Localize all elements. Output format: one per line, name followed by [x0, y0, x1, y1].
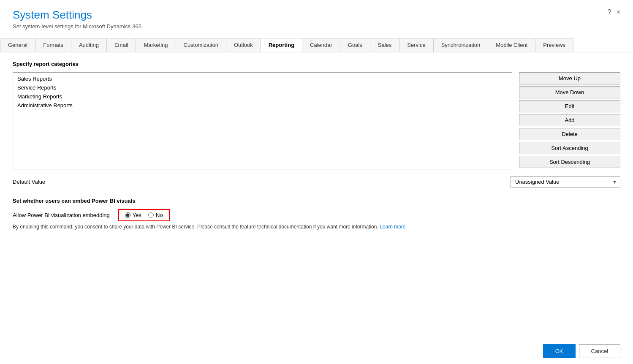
dialog-subtitle: Set system-level settings for Microsoft …	[13, 23, 143, 30]
no-radio-option[interactable]: No	[148, 212, 163, 218]
delete-button[interactable]: Delete	[519, 128, 620, 140]
tabs-list: General Formats Auditing Email Marketing…	[0, 38, 633, 52]
tab-calendar[interactable]: Calendar	[302, 38, 340, 52]
power-bi-row: Allow Power BI visualization embedding Y…	[13, 209, 620, 221]
section1-title: Specify report categories	[13, 61, 620, 67]
tab-marketing[interactable]: Marketing	[136, 38, 176, 52]
tab-general[interactable]: General	[0, 38, 35, 52]
tab-goals[interactable]: Goals	[340, 38, 370, 52]
dialog-window-controls: ? ×	[608, 8, 620, 16]
tabs-container: General Formats Auditing Email Marketing…	[0, 38, 633, 52]
no-label: No	[156, 212, 163, 218]
tab-formats[interactable]: Formats	[35, 38, 71, 52]
powerbi-radio-group: Yes No	[118, 209, 170, 221]
dialog-title: System Settings	[13, 8, 143, 22]
tab-outlook[interactable]: Outlook	[226, 38, 261, 52]
yes-radio-option[interactable]: Yes	[125, 212, 141, 218]
edit-button[interactable]: Edit	[519, 100, 620, 112]
list-item[interactable]: Service Reports	[15, 83, 510, 92]
cancel-button[interactable]: Cancel	[579, 344, 620, 358]
list-item[interactable]: Sales Reports	[15, 74, 510, 83]
category-buttons: Move Up Move Down Edit Add Delete Sort A…	[519, 72, 620, 169]
sort-ascending-button[interactable]: Sort Ascending	[519, 142, 620, 154]
tab-customization[interactable]: Customization	[176, 38, 226, 52]
tab-auditing[interactable]: Auditing	[71, 38, 107, 52]
yes-radio-input[interactable]	[125, 212, 130, 218]
dialog-header: System Settings Set system-level setting…	[0, 0, 633, 34]
power-bi-note-text: By enabling this command, you consent to…	[13, 224, 378, 230]
no-radio-input[interactable]	[148, 212, 154, 218]
list-item[interactable]: Marketing Reports	[15, 92, 510, 101]
tab-mobile-client[interactable]: Mobile Client	[488, 38, 535, 52]
sort-descending-button[interactable]: Sort Descending	[519, 156, 620, 168]
power-bi-section: Set whether users can embed Power BI vis…	[13, 198, 620, 230]
yes-label: Yes	[133, 212, 141, 218]
learn-more-link[interactable]: Learn more	[380, 224, 405, 230]
ok-button[interactable]: OK	[543, 344, 576, 358]
help-icon[interactable]: ?	[608, 8, 611, 16]
default-value-select[interactable]: Unassigned Value	[511, 176, 620, 187]
content-area: Specify report categories Sales Reports …	[0, 52, 633, 338]
close-icon[interactable]: ×	[617, 8, 620, 16]
tab-service[interactable]: Service	[399, 38, 433, 52]
add-button[interactable]: Add	[519, 114, 620, 126]
allow-powerbi-label: Allow Power BI visualization embedding	[13, 212, 110, 218]
system-settings-dialog: System Settings Set system-level setting…	[0, 0, 633, 364]
section2-title: Set whether users can embed Power BI vis…	[13, 198, 620, 204]
default-value-select-wrapper[interactable]: Unassigned Value ▼	[511, 176, 620, 187]
categories-section: Sales Reports Service Reports Marketing …	[13, 72, 620, 169]
default-value-label: Default Value	[13, 179, 45, 185]
default-value-row: Default Value Unassigned Value ▼	[13, 176, 620, 187]
tab-email[interactable]: Email	[106, 38, 136, 52]
dialog-footer: OK Cancel	[0, 338, 633, 364]
categories-list[interactable]: Sales Reports Service Reports Marketing …	[13, 72, 512, 169]
tab-previews[interactable]: Previews	[535, 38, 573, 52]
list-item[interactable]: Administrative Reports	[15, 101, 510, 110]
tab-sales[interactable]: Sales	[370, 38, 400, 52]
title-area: System Settings Set system-level setting…	[13, 8, 143, 30]
power-bi-note: By enabling this command, you consent to…	[13, 224, 620, 230]
move-down-button[interactable]: Move Down	[519, 86, 620, 98]
move-up-button[interactable]: Move Up	[519, 72, 620, 84]
tab-synchronization[interactable]: Synchronization	[433, 38, 489, 52]
tab-reporting[interactable]: Reporting	[261, 38, 302, 52]
